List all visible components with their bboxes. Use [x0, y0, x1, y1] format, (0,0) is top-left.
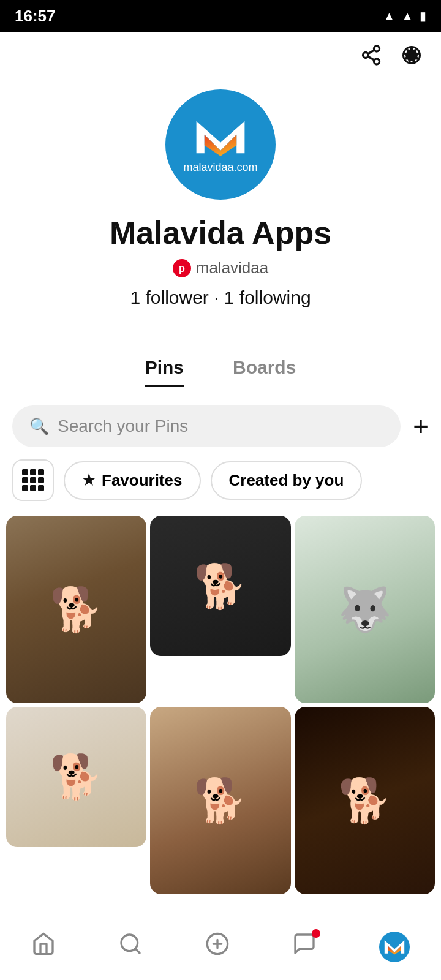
search-placeholder: Search your Pins: [58, 417, 188, 436]
pin-item[interactable]: 🐕: [295, 707, 435, 894]
handle-text: malavidaa: [196, 258, 269, 277]
add-icon: [205, 932, 230, 962]
created-label: Created by you: [229, 471, 344, 490]
message-badge: [312, 929, 320, 938]
pin-item[interactable]: 🐕: [150, 707, 290, 894]
nav-messages[interactable]: [292, 932, 317, 962]
created-by-you-chip[interactable]: Created by you: [211, 461, 363, 500]
svg-line-9: [135, 949, 140, 953]
pin-item[interactable]: 🐕: [6, 707, 146, 847]
grid-icon: [22, 469, 44, 491]
svg-text:p: p: [179, 262, 185, 274]
tab-pins[interactable]: Pins: [145, 357, 184, 387]
search-icon: 🔍: [29, 417, 49, 436]
favourites-chip[interactable]: ★ Favourites: [64, 461, 201, 500]
nav-profile[interactable]: [379, 932, 410, 962]
battery-icon: ▮: [420, 9, 426, 23]
signal-icon: ▲: [401, 9, 413, 23]
svg-line-4: [368, 50, 374, 54]
pin-item[interactable]: 🐕: [6, 516, 146, 703]
avatar[interactable]: malavidaa.com: [165, 89, 276, 200]
share-icon[interactable]: [360, 44, 382, 71]
nav-add[interactable]: [205, 932, 230, 962]
filter-chips: ★ Favourites Created by you: [0, 459, 441, 501]
pin-item[interactable]: 🐺: [295, 516, 435, 703]
bottom-nav: [0, 913, 441, 980]
status-bar: 16:57 ▲ ▲ ▮: [0, 0, 441, 32]
nav-search[interactable]: [118, 932, 143, 962]
top-bar: [0, 32, 441, 83]
add-pin-button[interactable]: +: [413, 411, 429, 442]
tab-boards[interactable]: Boards: [233, 357, 296, 387]
favourites-label: Favourites: [102, 471, 183, 490]
notification-icon: ▲: [383, 9, 395, 23]
search-nav-icon: [118, 932, 143, 962]
search-area: 🔍 Search your Pins +: [0, 405, 441, 447]
tabs-container: Pins Boards: [0, 333, 441, 387]
status-icons: ▲ ▲ ▮: [383, 9, 426, 23]
svg-line-3: [368, 56, 374, 60]
search-bar[interactable]: 🔍 Search your Pins: [12, 405, 401, 447]
status-time: 16:57: [15, 7, 56, 26]
home-icon: [31, 932, 56, 962]
grid-view-button[interactable]: [12, 459, 54, 501]
star-icon: ★: [82, 472, 96, 489]
profile-handle: p malavidaa: [173, 258, 269, 277]
settings-icon[interactable]: [401, 44, 423, 71]
pin-item[interactable]: 🐕: [150, 516, 290, 656]
stats-text: 1 follower · 1 following: [130, 287, 311, 307]
pin-grid: 🐕 🐕 🐺 🐕 🐕 🐕: [0, 516, 441, 894]
profile-section: malavidaa.com Malavida Apps p malavidaa …: [0, 83, 441, 333]
profile-stats: 1 follower · 1 following: [130, 287, 311, 308]
nav-home[interactable]: [31, 932, 56, 962]
avatar-site-label: malavidaa.com: [183, 161, 257, 174]
nav-avatar: [379, 932, 410, 962]
profile-name: Malavida Apps: [110, 214, 331, 251]
